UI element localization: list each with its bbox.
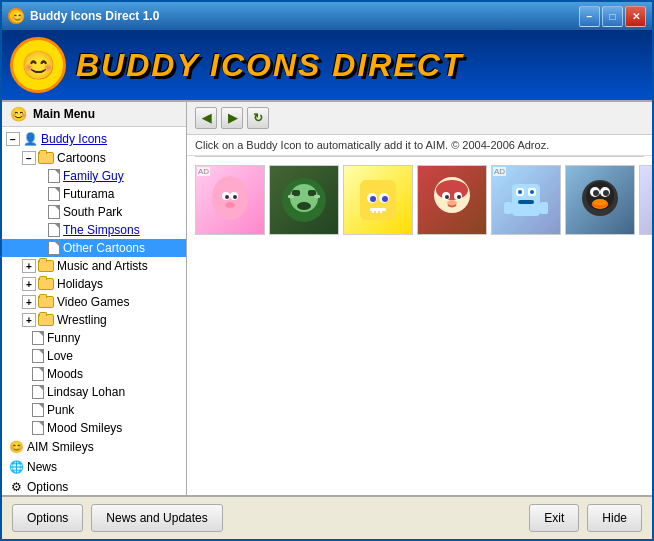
futurama-label[interactable]: Futurama [63, 187, 114, 201]
sidebar-item-the-simpsons[interactable]: The Simpsons [2, 221, 186, 239]
svg-rect-33 [540, 202, 548, 214]
minimize-button[interactable]: − [579, 6, 600, 27]
family-guy-label[interactable]: Family Guy [63, 169, 124, 183]
svg-rect-13 [288, 195, 294, 198]
svg-point-18 [370, 196, 376, 202]
expander-wrestling[interactable]: + [22, 313, 36, 327]
forward-button[interactable]: ▶ [221, 107, 243, 129]
svg-point-12 [297, 202, 311, 210]
doc-icon-simpsons [48, 223, 60, 237]
south-park-label[interactable]: South Park [63, 205, 122, 219]
svg-point-19 [382, 196, 388, 202]
buddy-icon-5[interactable]: AD [491, 165, 561, 235]
hide-button[interactable]: Hide [587, 504, 642, 532]
doc-icon-lindsay [32, 385, 44, 399]
refresh-button[interactable]: ↻ [247, 107, 269, 129]
sidebar-item-cartoons[interactable]: − Cartoons [2, 149, 186, 167]
simpsons-label[interactable]: The Simpsons [63, 223, 140, 237]
sidebar-item-video-games[interactable]: + Video Games [2, 293, 186, 311]
mood-smileys-label[interactable]: Mood Smileys [47, 421, 122, 435]
buddy-icon-7[interactable] [639, 165, 652, 235]
sidebar-item-holidays[interactable]: + Holidays [2, 275, 186, 293]
sidebar-item-punk[interactable]: Punk [2, 401, 186, 419]
sidebar-item-wrestling[interactable]: + Wrestling [2, 311, 186, 329]
folder-icon-music [38, 260, 54, 272]
sidebar-item-family-guy[interactable]: Family Guy [2, 167, 186, 185]
wrestling-label[interactable]: Wrestling [57, 313, 107, 327]
sidebar-item-other-cartoons[interactable]: Other Cartoons [2, 239, 186, 257]
sidebar-item-lindsay[interactable]: Lindsay Lohan [2, 383, 186, 401]
folder-icon-wrestling [38, 314, 54, 326]
buddy-icon-1[interactable]: AD [195, 165, 265, 235]
svg-rect-15 [360, 180, 396, 220]
close-button[interactable]: ✕ [625, 6, 646, 27]
sidebar-item-news[interactable]: 🌐 News [2, 457, 186, 477]
sidebar-item-south-park[interactable]: South Park [2, 203, 186, 221]
news-label[interactable]: News [27, 460, 57, 474]
svg-point-25 [436, 180, 468, 200]
options-label[interactable]: Options [27, 480, 68, 494]
sidebar-item-funny[interactable]: Funny [2, 329, 186, 347]
love-label[interactable]: Love [47, 349, 73, 363]
svg-point-36 [518, 190, 522, 194]
doc-icon-futurama [48, 187, 60, 201]
tree-container[interactable]: − 👤 Buddy Icons − Cartoons Family Guy [2, 127, 186, 495]
person-icon: 👤 [22, 131, 38, 147]
buddy-icon-2[interactable] [269, 165, 339, 235]
options-button[interactable]: Options [12, 504, 83, 532]
footer-bar: Options News and Updates Exit Hide [2, 495, 652, 539]
back-button[interactable]: ◀ [195, 107, 217, 129]
info-text-content: Click on a Buddy Icon to automatically a… [195, 139, 549, 151]
sidebar-header: 😊 Main Menu [2, 102, 186, 127]
svg-point-37 [530, 190, 534, 194]
right-panel: ◀ ▶ ↻ Click on a Buddy Icon to automatic… [187, 102, 652, 495]
aim-icon: 😊 [8, 439, 24, 455]
exit-button[interactable]: Exit [529, 504, 579, 532]
icons-area: AD [187, 157, 652, 495]
svg-point-7 [225, 202, 235, 208]
doc-icon-funny [32, 331, 44, 345]
ad-label-5: AD [493, 167, 506, 176]
sidebar-item-moods[interactable]: Moods [2, 365, 186, 383]
sidebar-item-options[interactable]: ⚙ Options [2, 477, 186, 495]
buddy-icons-label[interactable]: Buddy Icons [41, 132, 107, 146]
news-updates-button[interactable]: News and Updates [91, 504, 222, 532]
other-cartoons-label[interactable]: Other Cartoons [63, 241, 145, 255]
lindsay-label[interactable]: Lindsay Lohan [47, 385, 125, 399]
svg-point-28 [445, 195, 449, 199]
punk-label[interactable]: Punk [47, 403, 74, 417]
expander-holidays[interactable]: + [22, 277, 36, 291]
funny-label[interactable]: Funny [47, 331, 80, 345]
doc-icon-south-park [48, 205, 60, 219]
holidays-label[interactable]: Holidays [57, 277, 103, 291]
aim-smileys-label[interactable]: AIM Smileys [27, 440, 94, 454]
folder-icon-video-games [38, 296, 54, 308]
sidebar-item-buddy-icons[interactable]: − 👤 Buddy Icons [2, 129, 186, 149]
expander-buddy-icons[interactable]: − [6, 132, 20, 146]
emoji-logo: 😊 [10, 37, 66, 93]
main-content: 😊 Main Menu − 👤 Buddy Icons − Cartoons [2, 102, 652, 495]
sidebar-item-mood-smileys[interactable]: Mood Smileys [2, 419, 186, 437]
toolbar: ◀ ▶ ↻ [187, 102, 652, 135]
expander-cartoons[interactable]: − [22, 151, 36, 165]
expander-music[interactable]: + [22, 259, 36, 273]
sidebar-item-aim-smileys[interactable]: 😊 AIM Smileys [2, 437, 186, 457]
app-icon: 😊 [8, 8, 24, 24]
buddy-icon-6[interactable] [565, 165, 635, 235]
music-label[interactable]: Music and Artists [57, 259, 148, 273]
video-games-label[interactable]: Video Games [57, 295, 130, 309]
doc-icon-family-guy [48, 169, 60, 183]
moods-label[interactable]: Moods [47, 367, 83, 381]
buddy-icon-4[interactable] [417, 165, 487, 235]
sidebar-item-music[interactable]: + Music and Artists [2, 257, 186, 275]
sidebar-item-futurama[interactable]: Futurama [2, 185, 186, 203]
svg-rect-22 [376, 208, 378, 213]
sidebar-item-love[interactable]: Love [2, 347, 186, 365]
ad-label-1: AD [197, 167, 210, 176]
buddy-icon-3[interactable] [343, 165, 413, 235]
maximize-button[interactable]: □ [602, 6, 623, 27]
cartoons-label[interactable]: Cartoons [57, 151, 106, 165]
svg-rect-14 [314, 195, 320, 198]
expander-video-games[interactable]: + [22, 295, 36, 309]
title-bar: 😊 Buddy Icons Direct 1.0 − □ ✕ [2, 2, 652, 30]
